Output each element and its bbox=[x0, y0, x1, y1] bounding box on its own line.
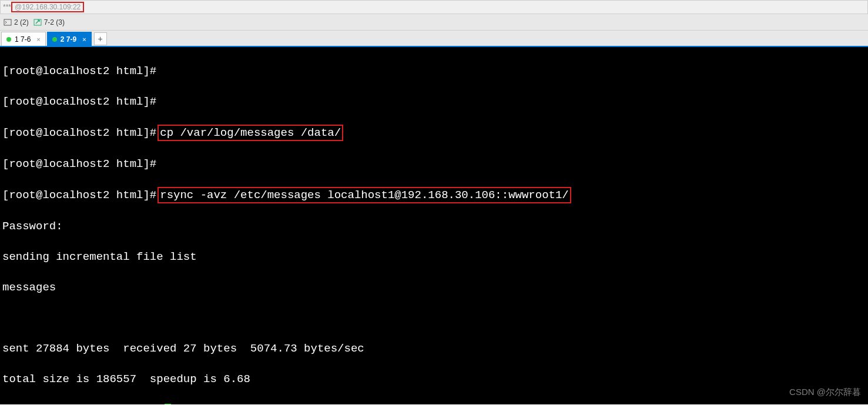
terminal-output: sending incremental file list bbox=[2, 249, 866, 265]
add-tab-button[interactable]: + bbox=[94, 32, 107, 45]
toolbar-sessions-label: 2 (2) bbox=[14, 18, 29, 26]
cursor-icon bbox=[165, 404, 171, 404]
svg-rect-0 bbox=[4, 19, 11, 25]
close-icon[interactable]: × bbox=[82, 36, 86, 43]
status-dot-icon bbox=[52, 37, 57, 42]
status-dot-icon bbox=[6, 37, 11, 42]
terminal-output: sent 27884 bytes received 27 bytes 5074.… bbox=[2, 341, 866, 356]
transfer-icon bbox=[33, 18, 42, 26]
toolbar-item-transfer[interactable]: 7-2 (3) bbox=[33, 18, 65, 26]
prompt: [root@localhost2 html]# bbox=[2, 65, 156, 78]
title-prefix: *** bbox=[3, 3, 11, 11]
highlighted-command-rsync: rsync -avz /etc/messages localhost1@192.… bbox=[157, 187, 571, 203]
prompt: [root@localhost2 html]# bbox=[2, 189, 156, 202]
prompt: [root@localhost2 html]# bbox=[2, 158, 156, 170]
terminal-pane[interactable]: [root@localhost2 html]# [root@localhost2… bbox=[0, 47, 868, 404]
tab-1[interactable]: 1 7-6 × bbox=[1, 32, 46, 46]
prompt: [root@localhost2 html]# bbox=[2, 403, 156, 404]
terminal-blank bbox=[2, 310, 866, 326]
tab-bar: 1 7-6 × 2 7-9 × + bbox=[0, 31, 868, 47]
watermark: CSDN @尔尔辞暮 bbox=[789, 384, 861, 400]
tab-2-label: 2 7-9 bbox=[61, 35, 76, 43]
toolbar-transfer-label: 7-2 (3) bbox=[44, 18, 65, 26]
close-icon[interactable]: × bbox=[36, 36, 40, 43]
tab-1-label: 1 7-6 bbox=[15, 35, 31, 43]
title-host: @192.168.30.109:22 bbox=[11, 2, 84, 12]
terminal-output: total size is 186557 speedup is 6.68 bbox=[2, 372, 866, 387]
highlighted-command-cp: cp /var/log/messages /data/ bbox=[157, 125, 343, 141]
prompt: [root@localhost2 html]# bbox=[2, 95, 156, 108]
tab-2[interactable]: 2 7-9 × bbox=[47, 32, 92, 46]
prompt: [root@localhost2 html]# bbox=[2, 126, 156, 139]
title-bar: *** @192.168.30.109:22 bbox=[0, 0, 868, 14]
toolbar-item-sessions[interactable]: 2 (2) bbox=[4, 18, 29, 26]
terminal-output: Password: bbox=[2, 219, 866, 234]
terminal-icon bbox=[4, 18, 12, 26]
terminal-output: messages bbox=[2, 280, 866, 295]
toolbar: 2 (2) 7-2 (3) bbox=[0, 14, 868, 31]
